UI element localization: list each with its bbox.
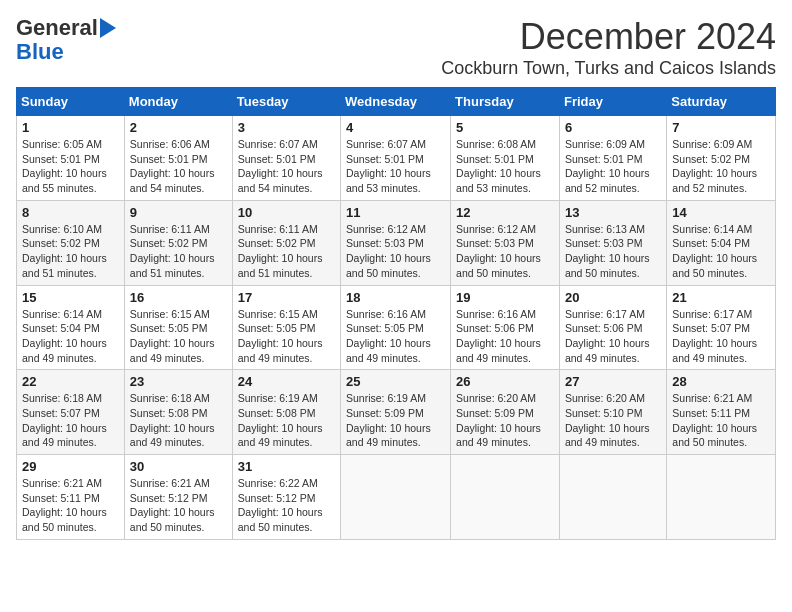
page-header: General Blue December 2024 Cockburn Town… <box>16 16 776 79</box>
location-title: Cockburn Town, Turks and Caicos Islands <box>441 58 776 79</box>
day-info: Sunrise: 6:08 AM Sunset: 5:01 PM Dayligh… <box>456 137 554 196</box>
calendar-header-friday: Friday <box>559 88 666 116</box>
calendar-cell: 13Sunrise: 6:13 AM Sunset: 5:03 PM Dayli… <box>559 200 666 285</box>
day-info: Sunrise: 6:21 AM Sunset: 5:12 PM Dayligh… <box>130 476 227 535</box>
day-number: 5 <box>456 120 554 135</box>
day-info: Sunrise: 6:09 AM Sunset: 5:02 PM Dayligh… <box>672 137 770 196</box>
logo: General Blue <box>16 16 116 64</box>
day-number: 2 <box>130 120 227 135</box>
logo-arrow-icon <box>100 18 116 38</box>
calendar-cell: 28Sunrise: 6:21 AM Sunset: 5:11 PM Dayli… <box>667 370 776 455</box>
day-number: 16 <box>130 290 227 305</box>
day-number: 21 <box>672 290 770 305</box>
calendar-header-tuesday: Tuesday <box>232 88 340 116</box>
day-info: Sunrise: 6:19 AM Sunset: 5:08 PM Dayligh… <box>238 391 335 450</box>
day-number: 23 <box>130 374 227 389</box>
day-info: Sunrise: 6:16 AM Sunset: 5:05 PM Dayligh… <box>346 307 445 366</box>
calendar-cell: 18Sunrise: 6:16 AM Sunset: 5:05 PM Dayli… <box>341 285 451 370</box>
calendar-cell: 27Sunrise: 6:20 AM Sunset: 5:10 PM Dayli… <box>559 370 666 455</box>
calendar-cell: 15Sunrise: 6:14 AM Sunset: 5:04 PM Dayli… <box>17 285 125 370</box>
calendar-cell: 23Sunrise: 6:18 AM Sunset: 5:08 PM Dayli… <box>124 370 232 455</box>
day-number: 6 <box>565 120 661 135</box>
day-info: Sunrise: 6:17 AM Sunset: 5:06 PM Dayligh… <box>565 307 661 366</box>
month-title: December 2024 <box>441 16 776 58</box>
day-number: 12 <box>456 205 554 220</box>
calendar-cell: 30Sunrise: 6:21 AM Sunset: 5:12 PM Dayli… <box>124 455 232 540</box>
day-number: 13 <box>565 205 661 220</box>
day-number: 10 <box>238 205 335 220</box>
calendar-cell: 19Sunrise: 6:16 AM Sunset: 5:06 PM Dayli… <box>451 285 560 370</box>
day-number: 19 <box>456 290 554 305</box>
calendar-week-row: 29Sunrise: 6:21 AM Sunset: 5:11 PM Dayli… <box>17 455 776 540</box>
day-number: 1 <box>22 120 119 135</box>
calendar-cell: 29Sunrise: 6:21 AM Sunset: 5:11 PM Dayli… <box>17 455 125 540</box>
day-info: Sunrise: 6:20 AM Sunset: 5:09 PM Dayligh… <box>456 391 554 450</box>
day-info: Sunrise: 6:18 AM Sunset: 5:08 PM Dayligh… <box>130 391 227 450</box>
day-number: 9 <box>130 205 227 220</box>
day-info: Sunrise: 6:21 AM Sunset: 5:11 PM Dayligh… <box>672 391 770 450</box>
day-number: 29 <box>22 459 119 474</box>
calendar-cell: 25Sunrise: 6:19 AM Sunset: 5:09 PM Dayli… <box>341 370 451 455</box>
day-info: Sunrise: 6:14 AM Sunset: 5:04 PM Dayligh… <box>672 222 770 281</box>
day-info: Sunrise: 6:11 AM Sunset: 5:02 PM Dayligh… <box>238 222 335 281</box>
day-info: Sunrise: 6:22 AM Sunset: 5:12 PM Dayligh… <box>238 476 335 535</box>
day-info: Sunrise: 6:19 AM Sunset: 5:09 PM Dayligh… <box>346 391 445 450</box>
day-number: 8 <box>22 205 119 220</box>
day-info: Sunrise: 6:12 AM Sunset: 5:03 PM Dayligh… <box>346 222 445 281</box>
day-info: Sunrise: 6:09 AM Sunset: 5:01 PM Dayligh… <box>565 137 661 196</box>
calendar-header-saturday: Saturday <box>667 88 776 116</box>
day-number: 20 <box>565 290 661 305</box>
calendar-cell: 20Sunrise: 6:17 AM Sunset: 5:06 PM Dayli… <box>559 285 666 370</box>
calendar-cell: 8Sunrise: 6:10 AM Sunset: 5:02 PM Daylig… <box>17 200 125 285</box>
day-number: 4 <box>346 120 445 135</box>
calendar-cell: 21Sunrise: 6:17 AM Sunset: 5:07 PM Dayli… <box>667 285 776 370</box>
day-info: Sunrise: 6:16 AM Sunset: 5:06 PM Dayligh… <box>456 307 554 366</box>
day-info: Sunrise: 6:05 AM Sunset: 5:01 PM Dayligh… <box>22 137 119 196</box>
day-number: 15 <box>22 290 119 305</box>
day-info: Sunrise: 6:21 AM Sunset: 5:11 PM Dayligh… <box>22 476 119 535</box>
calendar-header-row: SundayMondayTuesdayWednesdayThursdayFrid… <box>17 88 776 116</box>
day-info: Sunrise: 6:18 AM Sunset: 5:07 PM Dayligh… <box>22 391 119 450</box>
day-number: 28 <box>672 374 770 389</box>
calendar-header-sunday: Sunday <box>17 88 125 116</box>
calendar-table: SundayMondayTuesdayWednesdayThursdayFrid… <box>16 87 776 540</box>
calendar-header-monday: Monday <box>124 88 232 116</box>
logo-text-general: General <box>16 16 98 40</box>
day-number: 22 <box>22 374 119 389</box>
calendar-cell <box>559 455 666 540</box>
calendar-cell <box>451 455 560 540</box>
title-section: December 2024 Cockburn Town, Turks and C… <box>441 16 776 79</box>
day-info: Sunrise: 6:14 AM Sunset: 5:04 PM Dayligh… <box>22 307 119 366</box>
day-number: 11 <box>346 205 445 220</box>
day-info: Sunrise: 6:07 AM Sunset: 5:01 PM Dayligh… <box>346 137 445 196</box>
day-number: 27 <box>565 374 661 389</box>
day-number: 17 <box>238 290 335 305</box>
day-info: Sunrise: 6:11 AM Sunset: 5:02 PM Dayligh… <box>130 222 227 281</box>
calendar-cell: 10Sunrise: 6:11 AM Sunset: 5:02 PM Dayli… <box>232 200 340 285</box>
calendar-cell: 12Sunrise: 6:12 AM Sunset: 5:03 PM Dayli… <box>451 200 560 285</box>
day-info: Sunrise: 6:15 AM Sunset: 5:05 PM Dayligh… <box>130 307 227 366</box>
calendar-cell <box>667 455 776 540</box>
day-number: 7 <box>672 120 770 135</box>
calendar-cell: 2Sunrise: 6:06 AM Sunset: 5:01 PM Daylig… <box>124 116 232 201</box>
calendar-cell: 24Sunrise: 6:19 AM Sunset: 5:08 PM Dayli… <box>232 370 340 455</box>
calendar-body: 1Sunrise: 6:05 AM Sunset: 5:01 PM Daylig… <box>17 116 776 540</box>
calendar-cell: 17Sunrise: 6:15 AM Sunset: 5:05 PM Dayli… <box>232 285 340 370</box>
day-number: 14 <box>672 205 770 220</box>
calendar-cell <box>341 455 451 540</box>
calendar-cell: 22Sunrise: 6:18 AM Sunset: 5:07 PM Dayli… <box>17 370 125 455</box>
calendar-cell: 9Sunrise: 6:11 AM Sunset: 5:02 PM Daylig… <box>124 200 232 285</box>
calendar-cell: 7Sunrise: 6:09 AM Sunset: 5:02 PM Daylig… <box>667 116 776 201</box>
calendar-week-row: 8Sunrise: 6:10 AM Sunset: 5:02 PM Daylig… <box>17 200 776 285</box>
calendar-cell: 14Sunrise: 6:14 AM Sunset: 5:04 PM Dayli… <box>667 200 776 285</box>
calendar-cell: 11Sunrise: 6:12 AM Sunset: 5:03 PM Dayli… <box>341 200 451 285</box>
day-number: 31 <box>238 459 335 474</box>
day-info: Sunrise: 6:20 AM Sunset: 5:10 PM Dayligh… <box>565 391 661 450</box>
day-info: Sunrise: 6:10 AM Sunset: 5:02 PM Dayligh… <box>22 222 119 281</box>
calendar-cell: 3Sunrise: 6:07 AM Sunset: 5:01 PM Daylig… <box>232 116 340 201</box>
day-number: 24 <box>238 374 335 389</box>
day-number: 3 <box>238 120 335 135</box>
calendar-header-wednesday: Wednesday <box>341 88 451 116</box>
calendar-cell: 4Sunrise: 6:07 AM Sunset: 5:01 PM Daylig… <box>341 116 451 201</box>
calendar-cell: 6Sunrise: 6:09 AM Sunset: 5:01 PM Daylig… <box>559 116 666 201</box>
